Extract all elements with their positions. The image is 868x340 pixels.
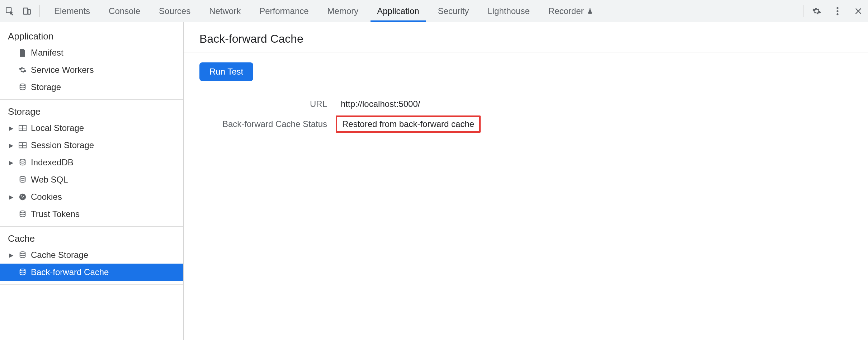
sidebar-item-label: Service Workers (31, 65, 94, 75)
tab-label: Memory (327, 6, 359, 16)
sidebar-item-indexeddb[interactable]: ▶ IndexedDB (0, 154, 183, 171)
tab-label: Sources (159, 6, 190, 16)
sidebar-group-application: Application (0, 26, 183, 44)
info-key: URL (199, 99, 336, 109)
sidebar-item-label: Storage (31, 82, 61, 92)
tab-network[interactable]: Network (200, 0, 250, 22)
tab-label: Network (209, 6, 241, 16)
content-header: Back-forward Cache (184, 22, 868, 52)
content-body: Run Test URL http://localhost:5000/ Back… (184, 52, 868, 144)
expand-arrow-icon: ▶ (8, 159, 14, 166)
page-title: Back-forward Cache (199, 32, 852, 46)
svg-rect-1 (23, 8, 28, 14)
tab-label: Application (377, 6, 419, 16)
svg-point-12 (21, 195, 22, 197)
tab-lighthouse[interactable]: Lighthouse (478, 0, 539, 22)
sidebar-item-local-storage[interactable]: ▶ Local Storage (0, 119, 183, 137)
sidebar-divider (0, 284, 183, 285)
svg-point-15 (20, 211, 25, 213)
expand-arrow-icon: ▶ (8, 142, 14, 149)
sidebar-item-web-sql[interactable]: Web SQL (0, 171, 183, 188)
cookie-icon (18, 192, 27, 202)
tab-recorder[interactable]: Recorder (539, 0, 603, 22)
content-pane: Back-forward Cache Run Test URL http://l… (184, 22, 868, 340)
tab-label: Lighthouse (487, 6, 529, 16)
info-value-status: Restored from back-forward cache (336, 115, 481, 133)
expand-arrow-icon: ▶ (8, 125, 14, 132)
sidebar-item-label: Back-forward Cache (31, 267, 109, 277)
devtools-topbar: Elements Console Sources Network Perform… (0, 0, 868, 22)
info-key: Back-forward Cache Status (199, 119, 336, 129)
sidebar-item-cache-storage[interactable]: ▶ Cache Storage (0, 246, 183, 264)
tab-label: Elements (54, 6, 90, 16)
tab-console[interactable]: Console (99, 0, 150, 22)
info-row-url: URL http://localhost:5000/ (199, 94, 852, 114)
svg-point-16 (20, 252, 25, 254)
grid-icon (18, 123, 27, 133)
sidebar-item-session-storage[interactable]: ▶ Session Storage (0, 137, 183, 154)
sidebar-item-label: IndexedDB (31, 157, 74, 167)
svg-point-17 (20, 269, 25, 271)
storage-icon (18, 209, 27, 219)
svg-point-11 (19, 194, 26, 200)
gear-icon (18, 65, 27, 75)
bfcache-info-table: URL http://localhost:5000/ Back-forward … (199, 94, 852, 134)
info-row-status: Back-forward Cache Status Restored from … (199, 114, 852, 134)
device-toolbar-icon[interactable] (21, 5, 33, 17)
svg-point-5 (836, 13, 838, 15)
tab-elements[interactable]: Elements (45, 0, 99, 22)
storage-icon (18, 250, 27, 260)
tab-label: Performance (259, 6, 308, 16)
tab-sources[interactable]: Sources (150, 0, 200, 22)
tab-label: Security (438, 6, 469, 16)
sidebar-item-bfcache[interactable]: Back-forward Cache (0, 264, 183, 281)
run-test-button[interactable]: Run Test (199, 62, 253, 81)
expand-arrow-icon: ▶ (8, 194, 14, 200)
topbar-left-icons (4, 5, 40, 17)
inspect-element-icon[interactable] (4, 5, 16, 17)
tab-performance[interactable]: Performance (250, 0, 318, 22)
tab-label: Recorder (548, 6, 584, 16)
sidebar-group-storage: Storage (0, 101, 183, 119)
sidebar-item-cookies[interactable]: ▶ Cookies (0, 188, 183, 206)
sidebar-item-storage[interactable]: Storage (0, 79, 183, 96)
svg-point-14 (22, 197, 23, 198)
tab-application[interactable]: Application (368, 0, 428, 22)
application-sidebar: Application Manifest Service Workers Sto… (0, 22, 184, 340)
main-split: Application Manifest Service Workers Sto… (0, 22, 868, 340)
svg-point-9 (20, 159, 25, 161)
sidebar-item-label: Cookies (31, 192, 62, 202)
flask-icon (587, 8, 593, 14)
svg-point-3 (836, 7, 838, 9)
settings-icon[interactable] (811, 5, 823, 17)
sidebar-item-label: Local Storage (31, 123, 84, 133)
sidebar-item-label: Cache Storage (31, 250, 88, 260)
sidebar-divider (0, 226, 183, 227)
tab-security[interactable]: Security (429, 0, 478, 22)
storage-icon (18, 268, 27, 277)
sidebar-item-label: Manifest (31, 48, 63, 58)
sidebar-group-cache: Cache (0, 228, 183, 246)
more-icon[interactable] (831, 5, 844, 17)
tab-label: Console (109, 6, 140, 16)
sidebar-item-trust-tokens[interactable]: Trust Tokens (0, 206, 183, 223)
sidebar-divider (0, 99, 183, 100)
sidebar-item-manifest[interactable]: Manifest (0, 44, 183, 61)
info-value-url: http://localhost:5000/ (336, 97, 425, 111)
sidebar-item-service-workers[interactable]: Service Workers (0, 61, 183, 79)
topbar-right-icons (803, 5, 864, 17)
devtools-tabs: Elements Console Sources Network Perform… (45, 0, 603, 22)
svg-point-10 (20, 176, 25, 179)
svg-rect-2 (28, 9, 30, 14)
sidebar-item-label: Web SQL (31, 175, 68, 185)
sidebar-item-label: Trust Tokens (31, 209, 80, 219)
storage-icon (18, 158, 27, 167)
svg-point-6 (20, 84, 25, 86)
svg-point-4 (836, 10, 838, 12)
svg-point-13 (23, 196, 24, 197)
storage-icon (18, 175, 27, 184)
tab-memory[interactable]: Memory (318, 0, 368, 22)
close-icon[interactable] (852, 5, 864, 17)
grid-icon (18, 141, 27, 150)
file-icon (18, 48, 27, 57)
